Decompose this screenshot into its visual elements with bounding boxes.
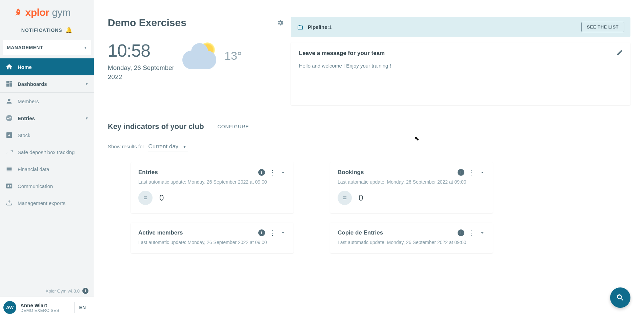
management-dropdown[interactable]: MANAGEMENT ▼ — [3, 40, 91, 55]
pipeline-banner: Pipeline:1 SEE THE LIST — [291, 17, 630, 37]
clock-time: 10:58 — [108, 40, 176, 61]
sidebar-item-home[interactable]: Home — [0, 58, 94, 75]
list-icon — [5, 165, 13, 173]
caret-down-icon: ▼ — [85, 116, 88, 120]
contact-card-icon — [5, 182, 13, 190]
user-menu[interactable]: AW Anne Wiart DEMO EXERCISES EN — [0, 297, 94, 318]
kpi-value: 0 — [359, 193, 363, 203]
weather-icon — [182, 40, 220, 71]
message-body: Hello and welcome ! Enjoy your training … — [299, 63, 622, 69]
page-title: Demo Exercises — [108, 17, 186, 29]
info-icon[interactable]: i — [258, 169, 265, 176]
kpi-update-text: Last automatic update: Monday, 26 Septem… — [338, 179, 485, 185]
rocket-icon — [14, 8, 23, 17]
sidebar-item-safe-deposit[interactable]: Safe deposit box tracking — [0, 144, 94, 161]
more-icon[interactable]: ⋮ — [468, 169, 475, 176]
period-select[interactable]: Current day — [148, 143, 188, 151]
see-list-button[interactable]: SEE THE LIST — [581, 22, 624, 32]
trend-equal-icon: = — [138, 191, 153, 205]
clock-date: Monday, 26 September 2022 — [108, 63, 176, 81]
sidebar-item-communication[interactable]: Communication — [0, 177, 94, 194]
info-icon[interactable]: i — [258, 229, 265, 236]
kpi-value: 0 — [159, 193, 164, 203]
chevron-down-icon[interactable] — [280, 169, 286, 175]
user-name: Anne Wiart — [20, 302, 74, 308]
info-icon[interactable]: i — [458, 229, 464, 236]
weather-widget: 13° — [182, 40, 242, 71]
user-subtitle: DEMO EXERCISES — [20, 308, 74, 313]
search-icon — [616, 293, 625, 302]
team-message-card: Leave a message for your team Hello and … — [291, 42, 630, 105]
dashboard-icon — [5, 80, 13, 88]
swap-icon — [5, 114, 13, 122]
edit-icon[interactable] — [616, 49, 623, 56]
home-icon — [5, 63, 13, 71]
svg-rect-1 — [298, 26, 303, 29]
temperature: 13° — [224, 49, 242, 62]
main-content: Demo Exercises 10:58 Monday, 26 Septembe… — [94, 0, 644, 318]
trending-icon — [5, 148, 13, 156]
message-title: Leave a message for your team — [299, 50, 622, 57]
sidebar-item-exports[interactable]: Management exports — [0, 194, 94, 211]
chevron-down-icon[interactable] — [280, 230, 286, 236]
kpi-update-text: Last automatic update: Monday, 26 Septem… — [338, 240, 485, 245]
kpi-card-copie-entries: Copie de Entries i ⋮ Last automatic upda… — [330, 223, 493, 253]
kpi-update-text: Last automatic update: Monday, 26 Septem… — [138, 179, 286, 185]
export-icon — [5, 199, 13, 207]
sidebar: xplor gym NOTIFICATIONS 🔔 MANAGEMENT ▼ H… — [0, 0, 94, 318]
language-toggle[interactable]: EN — [74, 302, 90, 313]
kpi-card-entries: Entries i ⋮ Last automatic update: Monda… — [131, 162, 294, 213]
caret-down-icon: ▼ — [84, 46, 87, 50]
more-icon[interactable]: ⋮ — [269, 169, 276, 176]
filter-label: Show results for — [108, 144, 144, 149]
search-fab[interactable] — [610, 287, 630, 308]
nav-list: Home Dashboards ▼ Members Entries ▼ Stoc… — [0, 58, 94, 285]
caret-down-icon: ▼ — [85, 82, 88, 86]
sidebar-item-members[interactable]: Members — [0, 93, 94, 110]
sidebar-item-stock[interactable]: Stock — [0, 127, 94, 144]
indicators-title: Key indicators of your club — [108, 122, 204, 131]
sidebar-item-entries[interactable]: Entries ▼ — [0, 110, 94, 127]
gear-icon[interactable] — [277, 19, 284, 26]
more-icon[interactable]: ⋮ — [269, 229, 276, 236]
configure-button[interactable]: CONFIGURE — [218, 124, 249, 129]
bell-icon: 🔔 — [65, 27, 73, 33]
chevron-down-icon[interactable] — [479, 169, 485, 175]
notifications-link[interactable]: NOTIFICATIONS 🔔 — [0, 22, 94, 40]
chevron-down-icon[interactable] — [479, 230, 485, 236]
trend-equal-icon: = — [338, 191, 352, 205]
sidebar-item-financial[interactable]: Financial data — [0, 161, 94, 177]
avatar: AW — [3, 301, 16, 314]
version-label: Xplor Gym v4.8.0 i — [0, 285, 94, 297]
briefcase-icon — [297, 24, 304, 30]
sidebar-item-dashboards[interactable]: Dashboards ▼ — [0, 75, 94, 92]
kpi-card-bookings: Bookings i ⋮ Last automatic update: Mond… — [330, 162, 493, 213]
info-icon[interactable]: i — [458, 169, 464, 176]
kpi-card-active-members: Active members i ⋮ Last automatic update… — [131, 223, 294, 253]
person-icon — [5, 97, 13, 105]
logo: xplor gym — [0, 0, 94, 22]
info-icon[interactable]: i — [82, 288, 88, 294]
more-icon[interactable]: ⋮ — [468, 229, 475, 236]
download-box-icon — [5, 131, 13, 139]
kpi-update-text: Last automatic update: Monday, 26 Septem… — [138, 240, 286, 245]
